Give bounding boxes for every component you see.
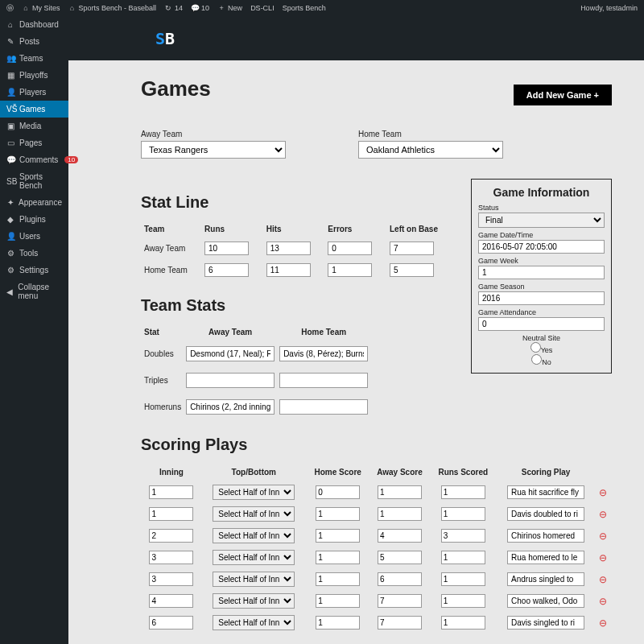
scoring-play-input[interactable] bbox=[507, 507, 584, 521]
delete-row-icon[interactable]: ⊖ bbox=[599, 509, 607, 520]
half-inning-select[interactable]: Select Half of Inn bbox=[213, 572, 295, 587]
away-score-input[interactable] bbox=[378, 551, 422, 564]
half-inning-select[interactable]: Select Half of Inn bbox=[213, 615, 295, 630]
scoring-play-input[interactable] bbox=[507, 572, 584, 586]
neutral-yes-radio[interactable] bbox=[530, 342, 541, 353]
runs-scored-input[interactable] bbox=[441, 551, 485, 564]
runs-scored-input[interactable] bbox=[441, 594, 485, 608]
new-content-link[interactable]: +New bbox=[217, 4, 242, 12]
inning-input[interactable] bbox=[149, 485, 193, 499]
away-stat-input[interactable] bbox=[186, 373, 275, 388]
sidebar-item-users[interactable]: 👤Users bbox=[0, 228, 68, 245]
home-stat-input[interactable] bbox=[279, 373, 368, 388]
sidebar-item-sports-bench[interactable]: SBSports Bench bbox=[0, 168, 68, 194]
delete-row-icon[interactable]: ⊖ bbox=[599, 552, 607, 564]
runs-scored-input[interactable] bbox=[441, 529, 485, 543]
half-inning-select[interactable]: Select Half of Inn bbox=[213, 593, 295, 609]
inning-input[interactable] bbox=[149, 572, 193, 586]
home-score-input[interactable] bbox=[316, 485, 360, 499]
home-score-input[interactable] bbox=[316, 616, 360, 630]
scoring-play-input[interactable] bbox=[507, 551, 584, 564]
delete-row-icon[interactable]: ⊖ bbox=[599, 617, 607, 629]
inning-input[interactable] bbox=[149, 616, 193, 630]
home-score-input[interactable] bbox=[316, 551, 360, 564]
delete-row-icon[interactable]: ⊖ bbox=[599, 574, 607, 585]
col-header: Team bbox=[142, 221, 201, 237]
sidebar-item-media[interactable]: ▣Media bbox=[0, 118, 68, 134]
away-score-input[interactable] bbox=[378, 507, 422, 521]
runs-scored-input[interactable] bbox=[441, 485, 485, 499]
half-inning-select[interactable]: Select Half of Inn bbox=[213, 485, 295, 500]
delete-row-icon[interactable]: ⊖ bbox=[599, 530, 607, 542]
neutral-no-radio[interactable] bbox=[531, 354, 542, 365]
away-score-input[interactable] bbox=[378, 485, 422, 499]
home-score-input[interactable] bbox=[316, 529, 360, 543]
datetime-input[interactable] bbox=[478, 240, 605, 254]
away-score-input[interactable] bbox=[378, 616, 422, 630]
hits-input[interactable] bbox=[266, 263, 311, 277]
comments-link[interactable]: 💬10 bbox=[191, 4, 209, 12]
scoring-play-input[interactable] bbox=[507, 529, 584, 543]
howdy-account[interactable]: Howdy, testadmin bbox=[580, 4, 638, 12]
runs-scored-input[interactable] bbox=[441, 572, 485, 586]
half-inning-select[interactable]: Select Half of Inn bbox=[213, 506, 295, 522]
inning-input[interactable] bbox=[149, 594, 193, 608]
away-stat-input[interactable] bbox=[186, 346, 275, 361]
site-name-link[interactable]: ⌂Sports Bench - Baseball bbox=[68, 4, 157, 12]
runs-input[interactable] bbox=[204, 263, 249, 277]
away-score-input[interactable] bbox=[378, 572, 422, 586]
my-sites-link[interactable]: ⌂My Sites bbox=[22, 4, 60, 12]
sidebar-item-comments[interactable]: 💬Comments10 bbox=[0, 151, 68, 168]
attendance-label: Game Attendance bbox=[478, 308, 605, 316]
delete-row-icon[interactable]: ⊖ bbox=[599, 487, 607, 498]
half-inning-select[interactable]: Select Half of Inn bbox=[213, 528, 295, 543]
sidebar-item-posts[interactable]: ✎Posts bbox=[0, 33, 68, 50]
home-stat-input[interactable] bbox=[279, 346, 368, 361]
sidebar-item-appearance[interactable]: ✦Appearance bbox=[0, 194, 68, 211]
sidebar-item-pages[interactable]: ▭Pages bbox=[0, 134, 68, 151]
sidebar-item-collapse-menu[interactable]: ◀Collapse menu bbox=[0, 279, 68, 304]
lob-input[interactable] bbox=[390, 263, 434, 277]
lob-input[interactable] bbox=[390, 242, 434, 255]
half-inning-select[interactable]: Select Half of Inn bbox=[213, 550, 295, 565]
home-score-input[interactable] bbox=[316, 572, 360, 586]
home-stat-input[interactable] bbox=[279, 399, 368, 415]
sidebar-item-teams[interactable]: 👥Teams bbox=[0, 50, 68, 67]
away-score-input[interactable] bbox=[378, 529, 422, 543]
sidebar-item-playoffs[interactable]: ▦Playoffs bbox=[0, 67, 68, 84]
scoring-play-input[interactable] bbox=[507, 594, 584, 608]
home-score-input[interactable] bbox=[316, 507, 360, 521]
away-team-select[interactable]: Texas Rangers bbox=[141, 141, 286, 159]
sidebar-item-plugins[interactable]: ◆Plugins bbox=[0, 211, 68, 228]
scoring-play-input[interactable] bbox=[507, 616, 584, 630]
delete-row-icon[interactable]: ⊖ bbox=[599, 596, 607, 607]
hits-input[interactable] bbox=[266, 242, 311, 255]
away-stat-input[interactable] bbox=[186, 399, 275, 415]
week-input[interactable] bbox=[478, 266, 605, 279]
inning-input[interactable] bbox=[149, 551, 193, 564]
sidebar-item-settings[interactable]: ⚙Settings bbox=[0, 262, 68, 279]
inning-input[interactable] bbox=[149, 529, 193, 543]
attendance-input[interactable] bbox=[478, 317, 605, 331]
updates-link[interactable]: ↻14 bbox=[164, 4, 183, 12]
sidebar-item-players[interactable]: 👤Players bbox=[0, 84, 68, 101]
runs-scored-input[interactable] bbox=[441, 507, 485, 521]
away-score-input[interactable] bbox=[378, 594, 422, 608]
inning-input[interactable] bbox=[149, 507, 193, 521]
errors-input[interactable] bbox=[328, 242, 372, 255]
scoring-play-input[interactable] bbox=[507, 485, 584, 499]
runs-scored-input[interactable] bbox=[441, 616, 485, 630]
add-new-game-button[interactable]: Add New Game + bbox=[514, 85, 612, 105]
sidebar-item-games[interactable]: VŠGames bbox=[0, 101, 68, 118]
season-input[interactable] bbox=[478, 291, 605, 305]
dscli-link[interactable]: DS-CLI bbox=[250, 4, 275, 12]
status-select[interactable]: Final bbox=[478, 213, 605, 228]
runs-input[interactable] bbox=[204, 242, 249, 255]
errors-input[interactable] bbox=[328, 263, 372, 277]
sportsbench-link[interactable]: Sports Bench bbox=[283, 4, 326, 12]
home-team-select[interactable]: Oakland Athletics bbox=[358, 141, 503, 159]
sidebar-item-tools[interactable]: ⚙Tools bbox=[0, 245, 68, 262]
sidebar-item-dashboard[interactable]: ⌂Dashboard bbox=[0, 16, 68, 33]
home-score-input[interactable] bbox=[316, 594, 360, 608]
wp-logo[interactable]: ⓦ bbox=[6, 3, 14, 14]
